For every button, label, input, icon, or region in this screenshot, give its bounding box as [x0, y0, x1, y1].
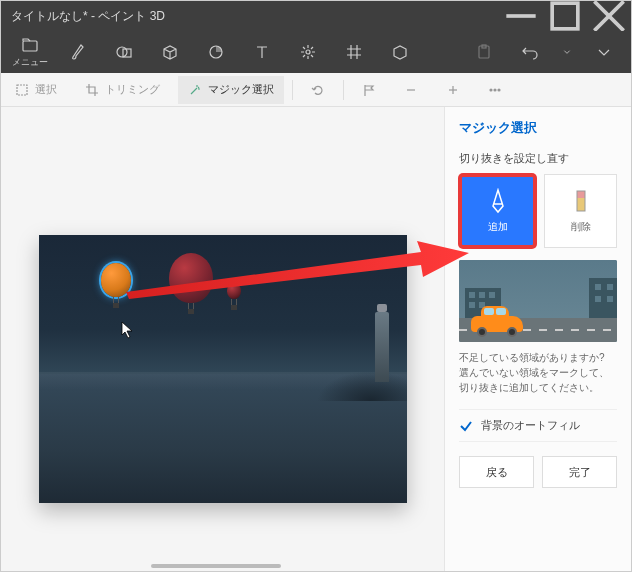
remove-tool[interactable]: 削除 [544, 174, 617, 248]
svg-point-15 [490, 89, 492, 91]
svg-rect-1 [552, 3, 578, 29]
annotation-arrow [121, 237, 471, 311]
instruction-text: 不足している領域がありますか? 選んでいない領域をマークして、切り抜きに追加して… [459, 350, 617, 395]
pencil-add-icon [487, 188, 509, 214]
select-tool[interactable]: 選択 [5, 76, 67, 104]
rotate-tool[interactable] [301, 76, 335, 104]
chevron-down-icon [595, 43, 613, 61]
close-button[interactable] [587, 1, 631, 31]
svg-rect-4 [23, 41, 37, 51]
shapes-2d-icon [115, 43, 133, 61]
plus-icon [446, 83, 460, 97]
paste-button[interactable] [461, 31, 507, 73]
svg-point-16 [494, 89, 496, 91]
svg-point-8 [306, 50, 310, 54]
expand-button[interactable] [581, 31, 627, 73]
magic-select-panel: マジック選択 切り抜きを設定し直す 追加 削除 不足している領域があ [444, 107, 631, 571]
effects-icon [299, 43, 317, 61]
eraser-icon [570, 188, 592, 214]
svg-rect-11 [17, 85, 27, 95]
maximize-button[interactable] [543, 1, 587, 31]
crop-tool[interactable]: トリミング [75, 76, 170, 104]
magic-wand-icon [188, 83, 202, 97]
example-illustration [459, 260, 617, 342]
minus-icon [404, 83, 418, 97]
library-icon [391, 43, 409, 61]
autofill-checkbox[interactable]: 背景のオートフィル [459, 409, 617, 442]
rotate-icon [311, 83, 325, 97]
2d-shapes-button[interactable] [101, 31, 147, 73]
done-button[interactable]: 完了 [542, 456, 617, 488]
refine-tools: 追加 削除 [459, 174, 617, 248]
text-icon [253, 43, 271, 61]
back-button[interactable]: 戻る [459, 456, 534, 488]
workspace: マジック選択 切り抜きを設定し直す 追加 削除 不足している領域があ [1, 107, 631, 571]
magic-select-tool[interactable]: マジック選択 [178, 76, 284, 104]
main-toolbar: メニュー [1, 31, 631, 73]
3d-library-button[interactable] [377, 31, 423, 73]
more-options[interactable] [478, 76, 512, 104]
brush-icon [69, 43, 87, 61]
flag-icon [362, 83, 376, 97]
selection-toolbar: 選択 トリミング マジック選択 [1, 73, 631, 107]
panel-subtitle: 切り抜きを設定し直す [459, 151, 617, 166]
brushes-button[interactable] [55, 31, 101, 73]
svg-point-17 [498, 89, 500, 91]
zoom-in[interactable] [436, 76, 470, 104]
check-icon [459, 419, 473, 433]
stickers-button[interactable] [193, 31, 239, 73]
history-dropdown[interactable] [553, 31, 581, 73]
menu-button[interactable]: メニュー [5, 31, 55, 73]
flag-tool[interactable] [352, 76, 386, 104]
text-button[interactable] [239, 31, 285, 73]
paste-icon [475, 43, 493, 61]
titlebar: タイトルなし* - ペイント 3D [1, 1, 631, 31]
zoom-out[interactable] [394, 76, 428, 104]
paint3d-window: タイトルなし* - ペイント 3D メニュー 選択 トリミング [0, 0, 632, 572]
caret-down-icon [563, 48, 571, 56]
cursor-icon [121, 321, 135, 343]
folder-icon [21, 36, 39, 54]
ellipsis-icon [488, 83, 502, 97]
canvas-area[interactable] [1, 107, 444, 571]
horizontal-scrollbar[interactable] [1, 559, 257, 571]
sticker-icon [207, 43, 225, 61]
canvas-button[interactable] [331, 31, 377, 73]
cube-icon [161, 43, 179, 61]
lighthouse-graphic [375, 312, 389, 382]
panel-title: マジック選択 [459, 119, 617, 137]
minimize-button[interactable] [499, 1, 543, 31]
effects-button[interactable] [285, 31, 331, 73]
svg-rect-19 [577, 198, 585, 211]
window-title: タイトルなし* - ペイント 3D [11, 8, 499, 25]
undo-button[interactable] [507, 31, 553, 73]
3d-shapes-button[interactable] [147, 31, 193, 73]
svg-rect-18 [577, 191, 585, 198]
select-icon [15, 83, 29, 97]
crop-icon [85, 83, 99, 97]
nav-buttons: 戻る 完了 [459, 456, 617, 488]
undo-icon [521, 43, 539, 61]
canvas-icon [345, 43, 363, 61]
